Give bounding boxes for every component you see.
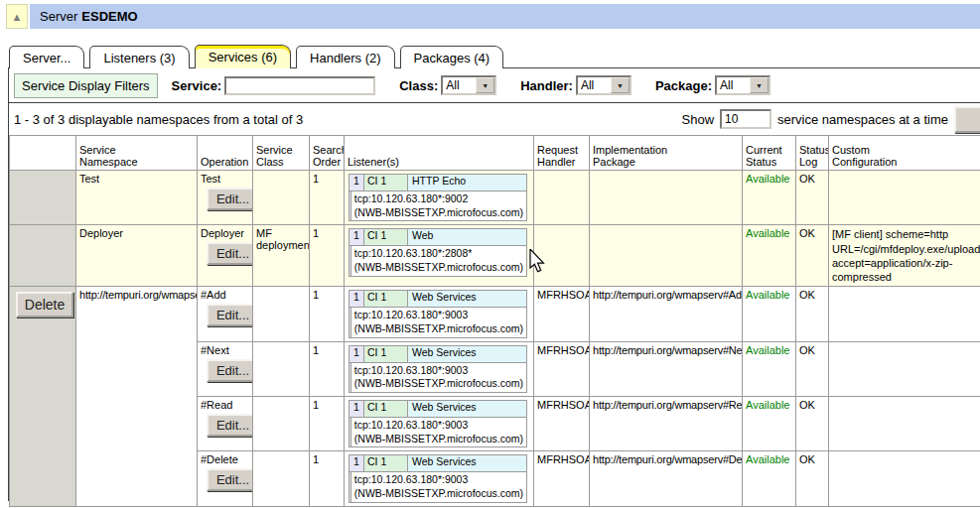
header-custom-configuration: Custom Configuration bbox=[829, 136, 980, 171]
listener-endpoint: tcp:10.120.63.180*:9003 (NWB-MBISSETXP.m… bbox=[351, 363, 526, 392]
search-order-cell: 1 bbox=[310, 397, 345, 451]
request-handler-cell: MFRHSOAP bbox=[534, 341, 590, 396]
service-namespace-cell: Deployer bbox=[76, 225, 198, 287]
handler-filter-select[interactable]: All ▼ bbox=[576, 75, 631, 95]
current-status-cell: Available bbox=[743, 225, 796, 287]
status-log-cell: OK bbox=[796, 451, 829, 506]
listeners-cell: 1 CI 1 HTTP Echo tcp:10.120.63.180*:9002… bbox=[345, 171, 534, 225]
listener-type: Web Services bbox=[408, 455, 526, 471]
custom-configuration-cell bbox=[829, 287, 980, 341]
mouse-cursor-icon bbox=[529, 249, 547, 275]
implementation-package-cell bbox=[590, 225, 743, 287]
next-page-button[interactable] bbox=[954, 106, 980, 133]
listener-type: Web Services bbox=[408, 291, 526, 307]
tab-packages[interactable]: Packages (4) bbox=[400, 46, 504, 68]
status-log-cell: OK bbox=[796, 287, 829, 341]
header-implementation-package: Implementation Package bbox=[590, 136, 743, 171]
table-row: Deployer Deployer Edit... MF deployment … bbox=[10, 225, 980, 287]
current-status-cell: Available bbox=[743, 287, 796, 341]
header-service-namespace: Service Namespace bbox=[76, 136, 198, 171]
header-operation: Operation bbox=[198, 136, 253, 171]
service-namespace-cell: http://tempuri.org/wmapserv bbox=[76, 287, 198, 506]
service-filter-input[interactable] bbox=[224, 76, 375, 95]
search-order-cell: 1 bbox=[310, 225, 345, 287]
table-row: Test Test Edit... 1 1 CI 1 HTTP Echo bbox=[10, 171, 980, 225]
custom-configuration-cell bbox=[829, 451, 980, 506]
services-table: Service Namespace Operation Service Clas… bbox=[9, 135, 980, 507]
tab-handlers[interactable]: Handlers (2) bbox=[296, 46, 395, 68]
listener-ci: CI 1 bbox=[364, 175, 408, 190]
implementation-package-cell: http://tempuri.org/wmapserv#Add bbox=[590, 287, 743, 341]
show-count-input[interactable] bbox=[720, 109, 771, 129]
service-namespace-cell: Test bbox=[76, 171, 198, 225]
service-class-cell bbox=[253, 341, 310, 396]
listener-number: 1 bbox=[350, 291, 364, 307]
edit-button[interactable]: Edit... bbox=[207, 414, 253, 437]
services-panel: Service Display Filters Service: Class: … bbox=[8, 67, 980, 501]
listeners-cell: 1 CI 1 Web Services tcp:10.120.63.180*:9… bbox=[345, 451, 534, 506]
operation-cell: #Read Edit... bbox=[198, 397, 253, 451]
handler-filter-value: All bbox=[578, 77, 611, 93]
listener-number: 1 bbox=[350, 401, 364, 417]
tab-services[interactable]: Services (6) bbox=[195, 45, 291, 68]
listener-type: Web Services bbox=[408, 346, 526, 362]
namespace-count-summary: 1 - 3 of 3 displayable namespaces from a… bbox=[14, 112, 303, 127]
tab-listeners[interactable]: Listeners (3) bbox=[89, 46, 189, 68]
operation-cell: Deployer Edit... bbox=[198, 225, 253, 287]
collapse-button[interactable]: ▲ bbox=[6, 4, 28, 29]
listener-type: HTTP Echo bbox=[408, 175, 526, 190]
header-status-log: Status Log bbox=[796, 136, 829, 171]
custom-configuration-cell bbox=[829, 171, 980, 225]
listener-ci: CI 1 bbox=[364, 229, 408, 245]
operation-label: #Read bbox=[201, 399, 232, 411]
operation-cell: #Next Edit... bbox=[198, 341, 253, 396]
service-display-filters-label: Service Display Filters bbox=[14, 73, 158, 98]
current-status-cell: Available bbox=[743, 397, 796, 451]
search-order-cell: 1 bbox=[310, 171, 345, 225]
server-title-bar: Server ESDEMO bbox=[30, 4, 980, 29]
edit-button[interactable]: Edit... bbox=[207, 188, 253, 210]
tab-server[interactable]: Server... bbox=[9, 46, 84, 68]
listeners-cell: 1 CI 1 Web Services tcp:10.120.63.180*:9… bbox=[345, 341, 534, 396]
header-service-class: Service Class bbox=[253, 136, 310, 171]
show-suffix-label: service namespaces at a time bbox=[777, 112, 948, 127]
custom-configuration-cell bbox=[829, 341, 980, 396]
implementation-package-cell bbox=[590, 171, 743, 225]
edit-button[interactable]: Edit... bbox=[207, 468, 253, 491]
listener-box: 1 CI 1 Web Services tcp:10.120.63.180*:9… bbox=[349, 400, 527, 447]
listener-ci: CI 1 bbox=[364, 291, 408, 307]
listener-number: 1 bbox=[350, 346, 364, 362]
class-filter-value: All bbox=[443, 77, 476, 93]
listeners-cell: 1 CI 1 Web Services tcp:10.120.63.180*:9… bbox=[345, 397, 534, 451]
filter-row: Service Display Filters Service: Class: … bbox=[9, 68, 980, 103]
edit-button[interactable]: Edit... bbox=[207, 359, 253, 382]
listener-box: 1 CI 1 HTTP Echo tcp:10.120.63.180*:9002… bbox=[349, 174, 527, 221]
package-filter-select[interactable]: All ▼ bbox=[715, 75, 770, 95]
chevron-down-icon: ▼ bbox=[750, 77, 769, 93]
listener-endpoint: tcp:10.120.63.180*:2808* (NWB-MBISSETXP.… bbox=[351, 246, 526, 275]
status-log-cell: OK bbox=[796, 225, 829, 287]
tab-bar: Server... Listeners (3) Services (6) Han… bbox=[9, 45, 503, 68]
listener-endpoint: tcp:10.120.63.180*:9003 (NWB-MBISSETXP.m… bbox=[351, 308, 526, 336]
package-filter-label: Package: bbox=[655, 78, 712, 93]
edit-button[interactable]: Edit... bbox=[207, 304, 253, 326]
service-class-cell bbox=[253, 451, 310, 506]
header-current-status: Current Status bbox=[743, 136, 796, 171]
service-class-cell bbox=[253, 171, 310, 225]
listener-endpoint: tcp:10.120.63.180*:9003 (NWB-MBISSETXP.m… bbox=[351, 472, 526, 501]
server-title-prefix: Server bbox=[40, 9, 77, 24]
action-cell: Delete bbox=[10, 287, 76, 506]
operation-label: #Next bbox=[201, 344, 229, 356]
operation-cell: #Delete Edit... bbox=[198, 451, 253, 506]
chevron-down-icon: ▼ bbox=[611, 77, 630, 93]
header-action bbox=[10, 136, 76, 171]
class-filter-select[interactable]: All ▼ bbox=[441, 75, 496, 95]
edit-button[interactable]: Edit... bbox=[207, 242, 253, 265]
delete-button[interactable]: Delete bbox=[16, 292, 73, 318]
listeners-cell: 1 CI 1 Web Services tcp:10.120.63.180*:9… bbox=[345, 287, 534, 341]
implementation-package-cell: http://tempuri.org/wmapserv#Next bbox=[590, 341, 743, 396]
service-class-cell bbox=[253, 287, 310, 341]
listeners-cell: 1 CI 1 Web tcp:10.120.63.180*:2808* (NWB… bbox=[345, 225, 534, 287]
listener-number: 1 bbox=[350, 175, 364, 190]
operation-label: #Add bbox=[201, 289, 226, 301]
